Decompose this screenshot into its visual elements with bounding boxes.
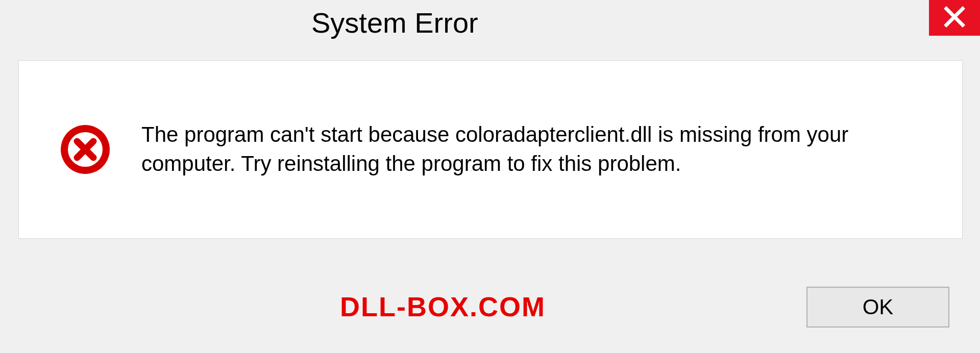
close-button[interactable] (929, 0, 980, 36)
titlebar: System Error (0, 0, 980, 51)
content-panel: The program can't start because colorada… (18, 60, 963, 239)
error-icon (60, 124, 111, 175)
dialog-title: System Error (311, 6, 478, 39)
footer: DLL-BOX.COM OK (0, 261, 980, 353)
watermark-text: DLL-BOX.COM (340, 291, 546, 322)
error-message: The program can't start because colorada… (141, 120, 921, 178)
ok-button[interactable]: OK (806, 287, 949, 327)
close-icon (943, 6, 966, 30)
